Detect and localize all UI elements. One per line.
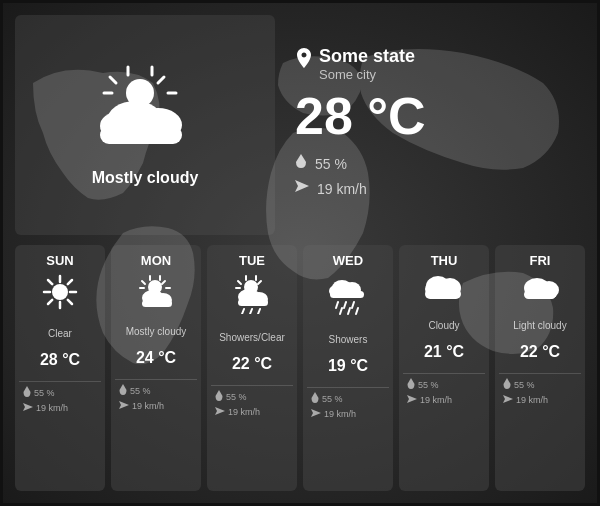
svg-rect-41	[238, 299, 268, 306]
svg-rect-64	[524, 290, 556, 299]
svg-line-42	[242, 309, 244, 314]
svg-line-18	[68, 300, 72, 304]
day-humidity-value: 55 %	[418, 380, 439, 390]
day-temperature: 21 °C	[424, 343, 464, 361]
humidity-value: 55 %	[315, 156, 347, 172]
day-humidity-row: 55 %	[311, 392, 385, 405]
day-temperature: 22 °C	[520, 343, 560, 361]
wind-value: 19 km/h	[317, 181, 367, 197]
day-wind-value: 19 km/h	[36, 403, 68, 413]
svg-marker-45	[215, 407, 225, 415]
svg-line-20	[48, 300, 52, 304]
day-temperature: 22 °C	[232, 355, 272, 373]
day-name: MON	[141, 253, 171, 268]
wind-icon	[295, 180, 309, 198]
day-wind-icon	[503, 394, 513, 406]
svg-line-36	[258, 281, 261, 284]
divider	[115, 379, 197, 380]
day-wind-row: 19 km/h	[215, 406, 289, 418]
current-weather-section: Mostly cloudy Some state Some city 28 °C	[15, 15, 585, 235]
forecast-day-fri: FRI Light cloudy 22 °C 55 %	[495, 245, 585, 491]
day-humidity-value: 55 %	[514, 380, 535, 390]
day-humidity-row: 55 %	[503, 378, 577, 391]
svg-line-25	[162, 281, 165, 284]
day-humidity-icon	[311, 392, 319, 405]
day-condition: Showers/Clear	[219, 325, 285, 349]
main-weather-icon	[90, 63, 200, 161]
day-name: TUE	[239, 253, 265, 268]
svg-marker-65	[503, 395, 513, 403]
forecast-day-mon: MON Mostly cloudy 24 °C	[111, 245, 201, 491]
day-details: 55 % 19 km/h	[307, 392, 389, 423]
day-humidity-icon	[503, 378, 511, 391]
svg-line-24	[142, 281, 145, 284]
location-city: Some city	[319, 67, 415, 82]
day-humidity-icon	[407, 378, 415, 391]
day-humidity-value: 55 %	[34, 388, 55, 398]
svg-line-17	[48, 280, 52, 284]
day-condition: Cloudy	[428, 313, 459, 337]
day-weather-icon	[424, 274, 464, 307]
svg-line-54	[348, 308, 350, 314]
day-details: 55 % 19 km/h	[403, 378, 485, 409]
forecast-day-thu: THU Cloudy 21 °C 55 %	[399, 245, 489, 491]
day-details: 55 % 19 km/h	[115, 384, 197, 415]
svg-line-2	[110, 77, 116, 83]
svg-line-44	[258, 309, 260, 314]
day-humidity-value: 55 %	[226, 392, 247, 402]
day-name: SUN	[46, 253, 73, 268]
day-wind-icon	[23, 402, 33, 414]
svg-marker-56	[311, 409, 321, 417]
divider	[307, 387, 389, 388]
divider	[211, 385, 293, 386]
svg-line-50	[336, 302, 338, 308]
svg-line-19	[68, 280, 72, 284]
location-text: Some state Some city	[319, 46, 415, 83]
day-details: 55 % 19 km/h	[499, 378, 581, 409]
day-weather-icon	[328, 274, 368, 321]
day-humidity-row: 55 %	[23, 386, 97, 399]
day-wind-row: 19 km/h	[23, 402, 97, 414]
day-humidity-value: 55 %	[130, 386, 151, 396]
day-humidity-icon	[119, 384, 127, 397]
svg-line-3	[158, 77, 164, 83]
day-name: THU	[431, 253, 458, 268]
day-wind-row: 19 km/h	[503, 394, 577, 406]
day-condition: Mostly cloudy	[126, 319, 187, 343]
divider	[19, 381, 101, 382]
day-weather-icon	[42, 274, 78, 315]
humidity-icon	[295, 154, 307, 174]
svg-line-53	[340, 308, 342, 314]
pin-icon	[295, 48, 313, 75]
day-wind-value: 19 km/h	[516, 395, 548, 405]
forecast-day-wed: WED Showers 19 °C	[303, 245, 393, 491]
svg-rect-49	[330, 291, 364, 298]
main-condition-label: Mostly cloudy	[92, 169, 199, 187]
day-humidity-row: 55 %	[407, 378, 481, 391]
day-name: FRI	[530, 253, 551, 268]
current-temperature: 28 °C	[295, 90, 565, 142]
day-wind-row: 19 km/h	[119, 400, 193, 412]
svg-marker-32	[119, 401, 129, 409]
day-humidity-value: 55 %	[322, 394, 343, 404]
day-temperature: 24 °C	[136, 349, 176, 367]
day-wind-icon	[215, 406, 225, 418]
day-humidity-row: 55 %	[119, 384, 193, 397]
day-wind-value: 19 km/h	[228, 407, 260, 417]
svg-marker-61	[407, 395, 417, 403]
svg-marker-11	[295, 180, 309, 192]
weather-info-box: Some state Some city 28 °C 55 %	[275, 15, 585, 235]
svg-point-12	[52, 284, 68, 300]
wind-row: 19 km/h	[295, 180, 565, 198]
day-wind-value: 19 km/h	[324, 409, 356, 419]
forecast-day-sun: SUN Clear 28 °C	[15, 245, 105, 491]
day-details: 55 % 19 km/h	[19, 386, 101, 417]
day-details: 55 % 19 km/h	[211, 390, 293, 421]
svg-line-35	[238, 281, 241, 284]
divider	[499, 373, 581, 374]
day-wind-icon	[119, 400, 129, 412]
day-wind-icon	[311, 408, 321, 420]
location-row: Some state Some city	[295, 46, 565, 83]
humidity-row: 55 %	[295, 154, 565, 174]
svg-line-55	[356, 308, 358, 314]
